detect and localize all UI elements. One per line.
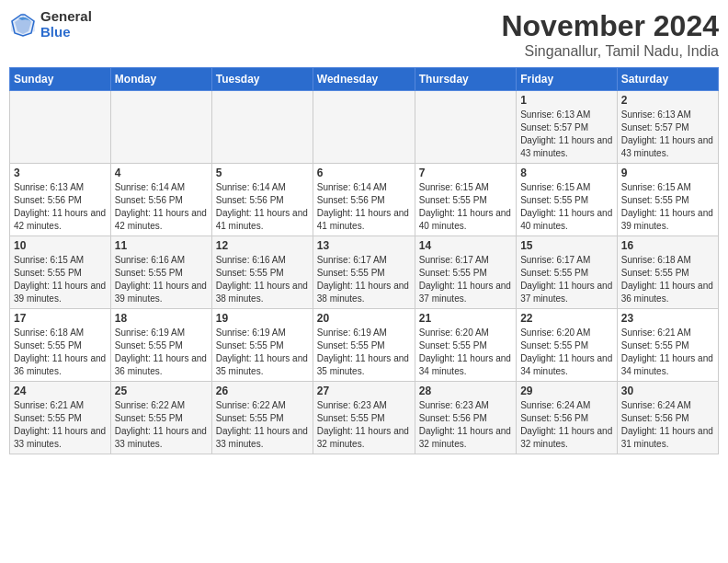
day-info: Sunrise: 6:15 AM Sunset: 5:55 PM Dayligh… (520, 181, 613, 233)
day-number: 28 (419, 385, 512, 397)
calendar-cell: 20Sunrise: 6:19 AM Sunset: 5:55 PM Dayli… (313, 309, 415, 382)
calendar-week: 17Sunrise: 6:18 AM Sunset: 5:55 PM Dayli… (10, 309, 719, 382)
day-number: 5 (216, 167, 309, 179)
header-day: Monday (110, 68, 211, 91)
calendar-cell: 15Sunrise: 6:17 AM Sunset: 5:55 PM Dayli… (517, 236, 618, 309)
day-info: Sunrise: 6:17 AM Sunset: 5:55 PM Dayligh… (419, 254, 512, 305)
header-day: Friday (517, 68, 618, 91)
calendar-cell: 23Sunrise: 6:21 AM Sunset: 5:55 PM Dayli… (617, 309, 718, 382)
calendar-cell: 16Sunrise: 6:18 AM Sunset: 5:55 PM Dayli… (617, 236, 718, 309)
calendar-header: SundayMondayTuesdayWednesdayThursdayFrid… (10, 68, 719, 91)
day-number: 18 (115, 312, 208, 325)
day-info: Sunrise: 6:14 AM Sunset: 5:56 PM Dayligh… (317, 181, 411, 233)
day-info: Sunrise: 6:13 AM Sunset: 5:57 PM Dayligh… (520, 109, 613, 160)
day-number: 12 (216, 239, 309, 252)
header-day: Thursday (415, 68, 516, 91)
day-info: Sunrise: 6:24 AM Sunset: 5:56 PM Dayligh… (621, 399, 714, 451)
calendar-week: 10Sunrise: 6:15 AM Sunset: 5:55 PM Dayli… (10, 236, 719, 309)
calendar-cell: 19Sunrise: 6:19 AM Sunset: 5:55 PM Dayli… (211, 309, 313, 382)
day-info: Sunrise: 6:20 AM Sunset: 5:55 PM Dayligh… (520, 327, 613, 378)
day-info: Sunrise: 6:18 AM Sunset: 5:55 PM Dayligh… (621, 254, 714, 305)
day-info: Sunrise: 6:16 AM Sunset: 5:55 PM Dayligh… (216, 254, 309, 305)
day-number: 3 (14, 167, 107, 179)
day-number: 22 (520, 312, 613, 325)
day-number: 11 (115, 239, 208, 252)
calendar: SundayMondayTuesdayWednesdayThursdayFrid… (9, 67, 719, 454)
day-number: 14 (419, 239, 512, 252)
page-header: General Blue November 2024 Singanallur, … (9, 9, 719, 60)
day-info: Sunrise: 6:23 AM Sunset: 5:55 PM Dayligh… (317, 399, 411, 451)
header-day: Tuesday (211, 68, 313, 91)
day-info: Sunrise: 6:18 AM Sunset: 5:55 PM Dayligh… (14, 327, 107, 378)
day-number: 8 (520, 167, 613, 179)
day-info: Sunrise: 6:22 AM Sunset: 5:55 PM Dayligh… (216, 399, 309, 451)
day-info: Sunrise: 6:14 AM Sunset: 5:56 PM Dayligh… (115, 181, 208, 233)
calendar-cell: 13Sunrise: 6:17 AM Sunset: 5:55 PM Dayli… (313, 236, 415, 309)
calendar-cell: 3Sunrise: 6:13 AM Sunset: 5:56 PM Daylig… (10, 164, 111, 236)
day-number: 25 (115, 385, 208, 397)
header-day: Saturday (617, 68, 718, 91)
day-number: 1 (520, 94, 613, 107)
calendar-cell: 6Sunrise: 6:14 AM Sunset: 5:56 PM Daylig… (313, 164, 415, 236)
calendar-week: 24Sunrise: 6:21 AM Sunset: 5:55 PM Dayli… (10, 382, 719, 454)
day-number: 29 (520, 385, 613, 397)
day-info: Sunrise: 6:17 AM Sunset: 5:55 PM Dayligh… (520, 254, 613, 305)
day-info: Sunrise: 6:19 AM Sunset: 5:55 PM Dayligh… (216, 327, 309, 378)
day-info: Sunrise: 6:24 AM Sunset: 5:56 PM Dayligh… (520, 399, 613, 451)
calendar-cell: 17Sunrise: 6:18 AM Sunset: 5:55 PM Dayli… (10, 309, 111, 382)
day-number: 21 (419, 312, 512, 325)
day-info: Sunrise: 6:21 AM Sunset: 5:55 PM Dayligh… (621, 327, 714, 378)
day-number: 2 (621, 94, 714, 107)
calendar-cell: 29Sunrise: 6:24 AM Sunset: 5:56 PM Dayli… (517, 382, 618, 454)
calendar-cell: 30Sunrise: 6:24 AM Sunset: 5:56 PM Dayli… (617, 382, 718, 454)
day-number: 4 (115, 167, 208, 179)
day-number: 24 (14, 385, 107, 397)
calendar-cell (10, 91, 111, 164)
calendar-cell: 11Sunrise: 6:16 AM Sunset: 5:55 PM Dayli… (110, 236, 211, 309)
day-number: 6 (317, 167, 411, 179)
day-number: 17 (14, 312, 107, 325)
day-info: Sunrise: 6:15 AM Sunset: 5:55 PM Dayligh… (419, 181, 512, 233)
day-number: 15 (520, 239, 613, 252)
calendar-cell (211, 91, 313, 164)
calendar-cell: 8Sunrise: 6:15 AM Sunset: 5:55 PM Daylig… (517, 164, 618, 236)
day-number: 20 (317, 312, 411, 325)
calendar-cell: 1Sunrise: 6:13 AM Sunset: 5:57 PM Daylig… (517, 91, 618, 164)
calendar-cell: 10Sunrise: 6:15 AM Sunset: 5:55 PM Dayli… (10, 236, 111, 309)
calendar-week: 1Sunrise: 6:13 AM Sunset: 5:57 PM Daylig… (10, 91, 719, 164)
day-number: 23 (621, 312, 714, 325)
header-day: Sunday (10, 68, 111, 91)
month-title: November 2024 (501, 9, 719, 43)
logo-blue: Blue (40, 25, 92, 40)
day-number: 26 (216, 385, 309, 397)
day-number: 27 (317, 385, 411, 397)
calendar-cell: 9Sunrise: 6:15 AM Sunset: 5:55 PM Daylig… (617, 164, 718, 236)
day-info: Sunrise: 6:20 AM Sunset: 5:55 PM Dayligh… (419, 327, 512, 378)
calendar-cell: 28Sunrise: 6:23 AM Sunset: 5:56 PM Dayli… (415, 382, 516, 454)
calendar-cell: 26Sunrise: 6:22 AM Sunset: 5:55 PM Dayli… (211, 382, 313, 454)
day-number: 9 (621, 167, 714, 179)
calendar-cell (415, 91, 516, 164)
calendar-cell: 24Sunrise: 6:21 AM Sunset: 5:55 PM Dayli… (10, 382, 111, 454)
day-info: Sunrise: 6:19 AM Sunset: 5:55 PM Dayligh… (115, 327, 208, 378)
day-number: 30 (621, 385, 714, 397)
title-block: November 2024 Singanallur, Tamil Nadu, I… (501, 9, 719, 60)
calendar-body: 1Sunrise: 6:13 AM Sunset: 5:57 PM Daylig… (10, 91, 719, 454)
day-info: Sunrise: 6:19 AM Sunset: 5:55 PM Dayligh… (317, 327, 411, 378)
calendar-cell (110, 91, 211, 164)
calendar-cell: 4Sunrise: 6:14 AM Sunset: 5:56 PM Daylig… (110, 164, 211, 236)
logo: General Blue (9, 9, 92, 40)
day-info: Sunrise: 6:15 AM Sunset: 5:55 PM Dayligh… (14, 254, 107, 305)
header-row: SundayMondayTuesdayWednesdayThursdayFrid… (10, 68, 719, 91)
logo-general: General (40, 9, 92, 25)
calendar-cell: 7Sunrise: 6:15 AM Sunset: 5:55 PM Daylig… (415, 164, 516, 236)
calendar-cell: 21Sunrise: 6:20 AM Sunset: 5:55 PM Dayli… (415, 309, 516, 382)
calendar-cell: 5Sunrise: 6:14 AM Sunset: 5:56 PM Daylig… (211, 164, 313, 236)
location-title: Singanallur, Tamil Nadu, India (501, 43, 719, 60)
calendar-cell: 25Sunrise: 6:22 AM Sunset: 5:55 PM Dayli… (110, 382, 211, 454)
day-info: Sunrise: 6:22 AM Sunset: 5:55 PM Dayligh… (115, 399, 208, 451)
day-number: 13 (317, 239, 411, 252)
calendar-cell: 18Sunrise: 6:19 AM Sunset: 5:55 PM Dayli… (110, 309, 211, 382)
day-info: Sunrise: 6:21 AM Sunset: 5:55 PM Dayligh… (14, 399, 107, 451)
day-info: Sunrise: 6:16 AM Sunset: 5:55 PM Dayligh… (115, 254, 208, 305)
